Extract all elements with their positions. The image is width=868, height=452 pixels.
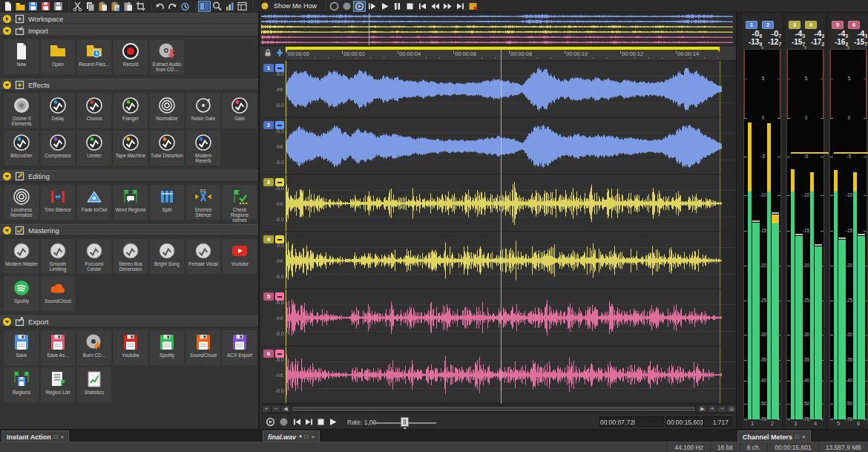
tile-chorus[interactable]: Chorus (77, 94, 111, 128)
tile-bitcrusher[interactable]: Bitcrusher (4, 131, 39, 166)
zoom-out-time-button[interactable]: − (717, 405, 726, 413)
stop-button[interactable] (315, 416, 326, 427)
waveform-canvas-5[interactable] (286, 289, 736, 346)
timeline-ruler[interactable]: 00:00:0000:00:0200:00:0400:00:0600:00:08… (261, 46, 736, 61)
go-end-icon[interactable] (454, 1, 467, 12)
meter-channel-badge-4[interactable]: 4 (805, 21, 817, 29)
paste-icon[interactable] (96, 1, 109, 12)
tile-compressor[interactable]: Compressor (41, 131, 75, 166)
tab-instant-action[interactable]: Instant Action □ × (1, 430, 69, 442)
section-header-export[interactable]: Export (0, 315, 258, 327)
chevron-down-icon[interactable] (3, 172, 11, 180)
cursor-position-field[interactable]: 00:00:07,720 (599, 416, 632, 427)
play-all-icon[interactable] (366, 1, 378, 12)
waveform-canvas-4[interactable] (286, 232, 736, 289)
go-start-icon[interactable] (416, 1, 429, 12)
scrollbar-thumb[interactable] (292, 407, 695, 411)
meter-channel-badge-2[interactable]: 2 (762, 21, 774, 29)
selection-length-field[interactable] (635, 416, 664, 427)
tile-soundcloud[interactable]: SoundCloud (186, 330, 220, 365)
history-icon[interactable] (179, 1, 191, 12)
waveform-canvas-2[interactable] (286, 118, 736, 174)
tile-spotify[interactable]: Spotify (4, 276, 39, 311)
tile-split[interactable]: Split (150, 185, 184, 220)
tile-bright-song[interactable]: Bright Song (150, 239, 184, 274)
lock-icon[interactable] (263, 47, 272, 60)
chevron-right-icon[interactable] (3, 15, 11, 23)
chevron-down-icon[interactable] (3, 226, 11, 235)
tile-spotify[interactable]: Spotify (150, 330, 184, 365)
tile-ozone-9-elements[interactable]: Ozone 9 Elements (4, 94, 39, 128)
save-all-icon[interactable] (52, 1, 65, 12)
save-as-icon[interactable] (39, 1, 52, 12)
tile-tape-machine[interactable]: Tape Machine (114, 131, 148, 166)
pause-icon[interactable] (391, 1, 404, 12)
tile-check-regions-names[interactable]: Check Regions names (223, 185, 257, 220)
zoom-in-time-button[interactable]: + (708, 405, 717, 413)
tile-stereo-bus-dimension[interactable]: Stereo Bus Dimension (114, 239, 148, 274)
tile-statistics[interactable]: Statistics (77, 367, 111, 402)
edit-cursor-icon[interactable] (274, 47, 285, 60)
tile-focused-center[interactable]: Focused Center (77, 239, 111, 274)
tile-flanger[interactable]: Flanger (114, 94, 148, 128)
loop-selection-bar[interactable] (286, 47, 720, 50)
float-window-icon[interactable]: □ (795, 433, 799, 440)
scroll-left-button[interactable]: ◀ (281, 405, 290, 413)
zoom-out-button[interactable]: − (272, 405, 280, 413)
tile-modern-reverb[interactable]: Modern Reverb (186, 131, 220, 166)
section-header-effects[interactable]: Effects (0, 79, 258, 91)
tab-channel-meters[interactable]: Channel Meters □ × (737, 430, 811, 442)
channel-number-badge[interactable]: 5 (263, 292, 274, 301)
save-icon[interactable] (27, 1, 39, 12)
tile-regions[interactable]: Regions (4, 367, 39, 402)
channel-converter-icon[interactable] (198, 1, 211, 12)
tab-document-final-wav[interactable]: final.wav * □ × (263, 430, 320, 442)
tile-recent-files[interactable]: Recent Files... (77, 39, 111, 74)
tile-loudness-normalize[interactable]: Loudness Normalize (4, 185, 39, 220)
float-window-icon[interactable]: □ (54, 433, 58, 440)
paste-special-icon[interactable] (109, 1, 122, 12)
tile-youtube[interactable]: Youtube (223, 239, 257, 274)
waveform-canvas-3[interactable] (286, 175, 736, 232)
chevron-down-icon[interactable] (3, 27, 11, 35)
tile-extract-audio-from-cd[interactable]: Extract Audio from CD... (150, 39, 184, 74)
trim-icon[interactable] (134, 1, 147, 12)
tile-modern-master[interactable]: Modern Master (4, 239, 39, 274)
tile-youtube[interactable]: Youtube (114, 330, 148, 365)
close-icon[interactable]: × (802, 433, 806, 440)
tile-smooth-limiting[interactable]: Smooth Limiting (41, 239, 75, 274)
tile-region-list[interactable]: Region List (41, 367, 75, 402)
rewind-icon[interactable] (429, 1, 441, 12)
loop-playback-button[interactable] (265, 416, 276, 427)
new-file-icon[interactable] (1, 1, 14, 12)
tile-limiter[interactable]: Limiter (77, 131, 111, 166)
section-header-workspace[interactable]: Workspace (0, 13, 258, 24)
channel-number-badge[interactable]: 2 (263, 121, 274, 129)
statistics-icon[interactable] (223, 1, 236, 12)
play-icon[interactable] (378, 1, 391, 12)
file-overview-strip[interactable] (261, 13, 736, 46)
tile-fade-in-out[interactable]: Fade In/Out (77, 185, 111, 220)
play-button[interactable] (327, 416, 338, 427)
meter-channel-badge-3[interactable]: 3 (789, 21, 800, 29)
scroll-right-button[interactable]: ▶ (698, 405, 707, 413)
meter-channel-badge-6[interactable]: 6 (848, 21, 860, 29)
close-icon[interactable]: × (311, 433, 315, 440)
waveform-canvas-6[interactable] (286, 347, 736, 403)
tile-soundcloud[interactable]: SoundCloud (41, 276, 75, 311)
total-length-field[interactable]: 00:00:15,601 (666, 416, 700, 427)
tile-word-regions[interactable]: Word Regions (114, 185, 148, 220)
workspace-icon[interactable] (236, 1, 249, 12)
zoom-tool-icon[interactable] (211, 1, 223, 12)
forward-icon[interactable] (441, 1, 454, 12)
chevron-down-icon[interactable] (3, 81, 11, 89)
record-button[interactable] (278, 416, 289, 427)
time-ruler[interactable]: 00:00:0000:00:0200:00:0400:00:0600:00:08… (286, 46, 736, 61)
meter-channel-badge-5[interactable]: 5 (832, 21, 844, 29)
zoom-ratio-field[interactable]: 1:717 (703, 416, 732, 427)
tile-tube-distortion[interactable]: Tube Distortion (150, 131, 184, 166)
horizontal-scrollbar[interactable]: + − ◀ ▶ + − ◎ (261, 404, 736, 413)
channel-number-badge[interactable]: 4 (263, 235, 274, 243)
section-header-import[interactable]: Import (0, 24, 258, 36)
section-header-mastering[interactable]: Mastering (0, 224, 258, 236)
